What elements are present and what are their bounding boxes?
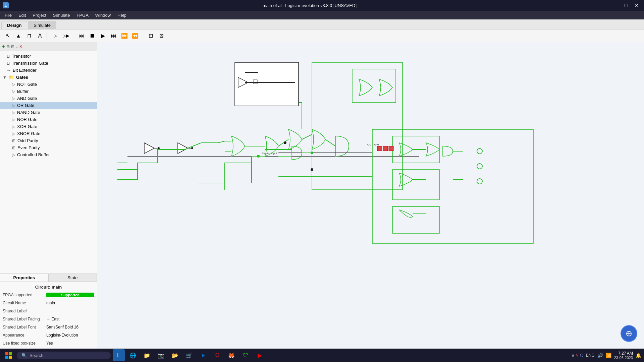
menu-file[interactable]: File [1, 11, 15, 19]
add-pin-button[interactable]: ⊓ [24, 31, 34, 41]
taskbar-icon-firefox[interactable]: 🦊 [225, 349, 237, 361]
volume-icon[interactable]: 🔊 [597, 353, 603, 358]
taskbar-icon-store[interactable]: 🛒 [183, 349, 195, 361]
taskbar-pinned-apps: L 🌐 📁 📷 📂 🛒 e O 🦊 🛡 ▶ [113, 349, 266, 361]
tray-expand-icon[interactable]: ∧ [572, 353, 575, 358]
prop-label-fixed-box: Use fixed box-size [3, 341, 46, 346]
xnor-gate-icon: ▷ [12, 131, 15, 136]
output-gate-button[interactable]: ▷▶ [61, 31, 71, 41]
sidebar-item-odd-parity[interactable]: ⊞ Odd Parity [0, 137, 97, 144]
sidebar-item-transistor[interactable]: ⊔ Transistor [0, 53, 97, 60]
svg-marker-4 [144, 143, 154, 154]
sidebar-item-bit-extender[interactable]: ↔ Bit Extender [0, 67, 97, 74]
tab-design[interactable]: Design [1, 21, 27, 29]
prop-label-circuit-name: Circuit Name [3, 301, 46, 305]
sidebar-label-xnor-gate: XNOR Gate [17, 131, 40, 136]
prop-label-fpga: FPGA supported: [3, 293, 46, 297]
sidebar-item-xor-gate[interactable]: ▷ XOR Gate [0, 123, 97, 130]
pointer-tool-button[interactable]: ▲ [13, 31, 23, 41]
menu-fpga[interactable]: FPGA [73, 11, 92, 19]
clock-area[interactable]: 7:27 AM 23-06-2023 [614, 351, 633, 360]
prop-row-fpga: FPGA supported: Supported [3, 291, 94, 299]
sidebar-item-buffer[interactable]: ▷ Buffer [0, 88, 97, 95]
taskbar-icon-opera[interactable]: O [211, 349, 223, 361]
tab-state[interactable]: State [49, 274, 97, 282]
svg-rect-56 [5, 356, 8, 359]
controlled-buffer-icon: ▷ [12, 153, 15, 157]
tray-bluetooth-icon[interactable]: ⬡ [580, 353, 583, 358]
menu-window[interactable]: Window [92, 11, 114, 19]
buffer-icon: ▷ [12, 89, 15, 94]
sidebar-item-nor-gate[interactable]: ▷ NOR Gate [0, 116, 97, 123]
sidebar-label-nor-gate: NOR Gate [17, 117, 38, 122]
sim-fast-button[interactable]: ⏭ [109, 31, 119, 41]
svg-point-52 [284, 141, 286, 144]
sidebar-tree: ⊔ Transistor ⊔ Transmission Gate ↔ Bit E… [0, 51, 97, 274]
svg-point-48 [311, 152, 313, 154]
minimize-button[interactable]: — [610, 1, 620, 10]
sidebar-item-nand-gate[interactable]: ▷ NAND Gate [0, 109, 97, 116]
taskbar-icon-folder[interactable]: 📂 [169, 349, 181, 361]
svg-rect-17 [312, 62, 402, 190]
select-tool-button[interactable]: ↖ [3, 31, 13, 41]
sidebar-add-button[interactable]: + [2, 44, 5, 50]
menu-project[interactable]: Project [29, 11, 49, 19]
taskbar-search-box[interactable]: 🔍 Search [17, 352, 111, 359]
close-button[interactable]: ✕ [632, 1, 641, 10]
menu-simulate[interactable]: Simulate [50, 11, 73, 19]
sidebar-tool1[interactable]: ⊞ [6, 44, 10, 49]
lang-indicator[interactable]: ENG [586, 353, 595, 358]
gates-folder-icon: 📁 [9, 75, 14, 80]
prop-value-appearance: Logisim-Evolution [46, 333, 94, 338]
menu-edit[interactable]: Edit [15, 11, 29, 19]
sidebar-tool4[interactable]: ✕ [19, 44, 22, 49]
sidebar-tool2[interactable]: ⊟ [11, 44, 14, 49]
notification-icon[interactable]: 🔔 [636, 353, 641, 358]
sim-back-button[interactable]: ⏪ [130, 31, 140, 41]
sidebar-label-buffer: Buffer [17, 89, 29, 94]
sidebar-item-gates-cat[interactable]: ▼ 📁 Gates [0, 74, 97, 81]
svg-point-51 [257, 155, 260, 158]
sim-reset-button[interactable]: ⏹ [87, 31, 97, 41]
sidebar-tool3[interactable]: ↓ [16, 44, 18, 49]
taskbar-icon-shield[interactable]: 🛡 [239, 349, 252, 361]
menu-help[interactable]: Help [114, 11, 130, 19]
input-gate-button[interactable]: ▷ [50, 31, 60, 41]
text-tool-button[interactable]: A [35, 31, 45, 41]
svg-rect-55 [9, 352, 12, 355]
tab-properties[interactable]: Properties [0, 274, 49, 282]
sidebar-item-transmission-gate[interactable]: ⊔ Transmission Gate [0, 60, 97, 67]
svg-line-15 [302, 134, 312, 139]
taskbar-icon-files[interactable]: 📁 [141, 349, 153, 361]
taskbar-icon-youtube[interactable]: ▶ [254, 349, 266, 361]
sidebar-item-not-gate[interactable]: ▷ NOT Gate [0, 81, 97, 88]
sim-play-button[interactable]: ▶ [98, 31, 108, 41]
compass-button[interactable]: ⊕ [621, 325, 637, 342]
svg-point-9 [191, 147, 193, 149]
bit-extender-icon: ↔ [7, 68, 11, 73]
sidebar-item-controlled-buffer[interactable]: ▷ Controlled Buffer [0, 151, 97, 158]
taskbar-icon-browser[interactable]: 🌐 [127, 349, 139, 361]
and-gate-icon: ▷ [12, 96, 15, 101]
taskbar-icon-logisim[interactable]: L [113, 349, 125, 361]
tray-velodyne-icon[interactable]: V [576, 353, 579, 358]
taskbar-icon-instagram[interactable]: 📷 [155, 349, 167, 361]
sidebar-item-even-parity[interactable]: ⊞ Even Parity [0, 144, 97, 151]
circuit-title: Circuit: main [3, 283, 94, 291]
sidebar-item-or-gate[interactable]: ▷ OR Gate [0, 102, 97, 109]
prop-value-shared-label-facing: → East [46, 317, 94, 321]
sidebar-item-and-gate[interactable]: ▷ AND Gate [0, 95, 97, 102]
sim-step-back-button[interactable]: ⏮ [76, 31, 87, 41]
nor-gate-icon: ▷ [12, 117, 15, 122]
sidebar-item-xnor-gate[interactable]: ▷ XNOR Gate [0, 130, 97, 137]
sim-step-button[interactable]: ⏩ [119, 31, 129, 41]
tab-simulate[interactable]: Simulate [28, 21, 56, 29]
maximize-button[interactable]: □ [621, 1, 631, 10]
canvas-area[interactable]: .wire { stroke: #22bb22; stroke-width: 2… [97, 42, 644, 349]
start-button[interactable] [3, 349, 15, 361]
fit-screen-button[interactable]: ⊡ [146, 31, 156, 41]
wifi-icon[interactable]: 📶 [606, 353, 611, 358]
taskbar-icon-edge[interactable]: e [197, 349, 209, 361]
svg-point-35 [477, 148, 482, 154]
zoom-fit-button[interactable]: ⊠ [156, 31, 166, 41]
